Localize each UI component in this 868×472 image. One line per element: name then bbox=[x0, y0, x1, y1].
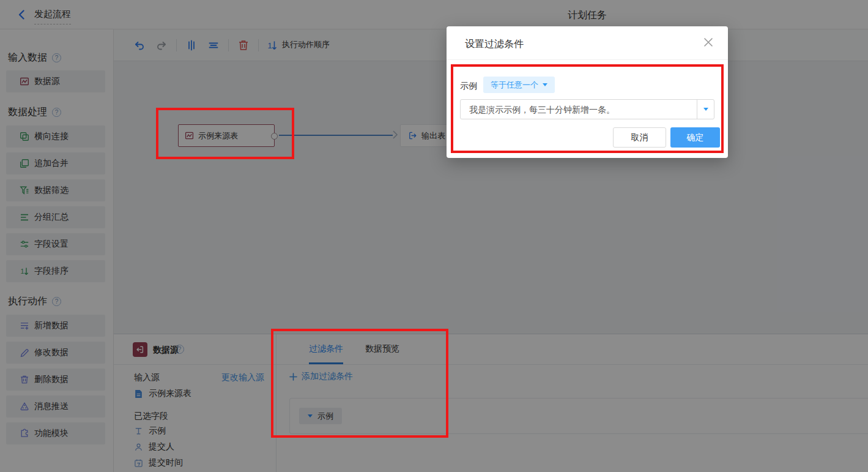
chevron-down-icon bbox=[703, 108, 708, 111]
condition-value-combobox[interactable]: 我是演示示例，每三十分钟新增一条。 bbox=[460, 99, 714, 119]
dialog-title: 设置过滤条件 bbox=[465, 38, 524, 51]
condition-field-label: 示例 bbox=[460, 81, 477, 92]
chevron-down-icon bbox=[543, 83, 547, 86]
condition-value-text: 我是演示示例，每三十分钟新增一条。 bbox=[469, 105, 615, 116]
operator-dropdown[interactable]: 等于任意一个 bbox=[483, 77, 555, 93]
modal-backdrop bbox=[0, 0, 868, 472]
set-filter-condition-dialog: 设置过滤条件 示例 等于任意一个 我是演示示例，每三十分钟新增一条。 取消 确定 bbox=[447, 26, 728, 158]
close-dialog-button[interactable] bbox=[702, 36, 714, 48]
close-icon bbox=[702, 36, 714, 48]
value-dropdown-button[interactable] bbox=[697, 100, 714, 119]
cancel-button[interactable]: 取消 bbox=[613, 127, 666, 148]
confirm-button[interactable]: 确定 bbox=[670, 127, 720, 148]
dialog-divider bbox=[447, 59, 728, 60]
